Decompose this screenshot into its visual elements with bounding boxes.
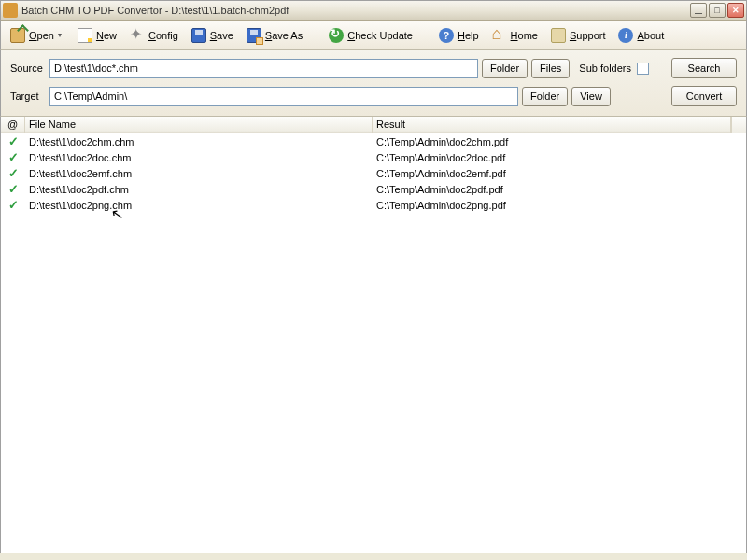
minimize-button[interactable] <box>690 3 707 18</box>
open-dropdown-icon[interactable]: ▾ <box>58 31 64 39</box>
file-list: @ File Name Result ✓D:\test\1\doc2chm.ch… <box>0 117 747 553</box>
result-cell: C:\Temp\Admin\doc2pdf.pdf <box>373 184 746 195</box>
close-button[interactable] <box>727 3 744 18</box>
target-label: Target <box>10 91 46 102</box>
check-update-label: Check Update <box>347 30 413 41</box>
search-button[interactable]: Search <box>671 58 737 78</box>
table-row[interactable]: ✓D:\test\1\doc2doc.chmC:\Temp\Admin\doc2… <box>1 149 746 165</box>
save-as-button[interactable]: Save As <box>241 25 308 46</box>
table-row[interactable]: ✓D:\test\1\doc2chm.chmC:\Temp\Admin\doc2… <box>1 133 746 149</box>
home-label: Home <box>511 30 538 41</box>
update-icon <box>329 28 344 43</box>
save-as-label: Save As <box>265 30 303 41</box>
window-title: Batch CHM TO PDF Convertor - D:\test\1\1… <box>21 5 690 16</box>
source-input[interactable] <box>49 59 478 78</box>
list-header: @ File Name Result <box>1 117 746 133</box>
open-label: Open <box>29 30 54 41</box>
file-name-cell: D:\test\1\doc2doc.chm <box>25 152 373 163</box>
col-header-status[interactable]: @ <box>1 117 25 133</box>
table-row[interactable]: ✓D:\test\1\doc2emf.chmC:\Temp\Admin\doc2… <box>1 165 746 181</box>
new-icon <box>78 28 92 43</box>
result-cell: C:\Temp\Admin\doc2png.pdf <box>373 200 746 211</box>
save-as-icon <box>247 28 261 43</box>
file-name-cell: D:\test\1\doc2emf.chm <box>25 168 373 179</box>
status-check-icon: ✓ <box>1 166 25 180</box>
col-header-file[interactable]: File Name <box>25 117 373 133</box>
home-icon <box>492 28 507 43</box>
target-row: Target Folder View Convert <box>10 86 737 106</box>
new-button[interactable]: New <box>72 25 122 46</box>
new-label: New <box>96 30 117 41</box>
open-button[interactable]: Open ▾ <box>5 25 70 46</box>
sub-folders-label: Sub folders <box>579 63 631 74</box>
save-button[interactable]: Save <box>186 25 239 46</box>
result-cell: C:\Temp\Admin\doc2emf.pdf <box>373 168 746 179</box>
save-icon <box>191 28 206 43</box>
convert-button[interactable]: Convert <box>671 86 737 106</box>
support-label: Support <box>570 30 606 41</box>
main-toolbar: Open ▾ New Config Save Save As Check Upd… <box>0 21 747 50</box>
target-input[interactable] <box>49 87 518 106</box>
source-row: Source Folder Files Sub folders Search <box>10 58 737 78</box>
source-folder-button[interactable]: Folder <box>482 59 528 78</box>
window-controls <box>690 3 744 18</box>
status-check-icon: ✓ <box>1 150 25 164</box>
about-label: About <box>637 30 664 41</box>
status-check-icon: ✓ <box>1 198 25 212</box>
support-button[interactable]: Support <box>545 25 612 46</box>
target-folder-button[interactable]: Folder <box>522 87 568 106</box>
file-name-cell: D:\test\1\doc2pdf.chm <box>25 184 373 195</box>
help-button[interactable]: Help <box>433 25 485 46</box>
source-label: Source <box>10 63 46 74</box>
open-icon <box>10 28 25 43</box>
config-label: Config <box>148 30 178 41</box>
result-cell: C:\Temp\Admin\doc2doc.pdf <box>373 152 746 163</box>
scrollbar-stub <box>731 117 746 133</box>
table-row[interactable]: ✓D:\test\1\doc2png.chmC:\Temp\Admin\doc2… <box>1 197 746 213</box>
app-icon <box>3 3 18 18</box>
file-name-cell: D:\test\1\doc2chm.chm <box>25 136 373 147</box>
status-check-icon: ✓ <box>1 134 25 148</box>
title-bar: Batch CHM TO PDF Convertor - D:\test\1\1… <box>0 0 747 21</box>
help-label: Help <box>458 30 479 41</box>
about-button[interactable]: About <box>613 25 669 46</box>
maximize-button[interactable] <box>709 3 726 18</box>
config-icon <box>130 28 145 43</box>
path-form: Source Folder Files Sub folders Search T… <box>0 50 747 117</box>
status-check-icon: ✓ <box>1 182 25 196</box>
config-button[interactable]: Config <box>124 25 184 46</box>
table-row[interactable]: ✓D:\test\1\doc2pdf.chmC:\Temp\Admin\doc2… <box>1 181 746 197</box>
col-header-result[interactable]: Result <box>373 117 731 133</box>
list-body: ✓D:\test\1\doc2chm.chmC:\Temp\Admin\doc2… <box>1 133 746 213</box>
support-icon <box>551 28 566 43</box>
help-icon <box>439 28 454 43</box>
result-cell: C:\Temp\Admin\doc2chm.pdf <box>373 136 746 147</box>
save-label: Save <box>210 30 233 41</box>
about-icon <box>618 28 633 43</box>
check-update-button[interactable]: Check Update <box>323 25 418 46</box>
file-name-cell: D:\test\1\doc2png.chm <box>25 200 373 211</box>
target-view-button[interactable]: View <box>571 87 611 106</box>
source-files-button[interactable]: Files <box>531 59 570 78</box>
home-button[interactable]: Home <box>486 25 543 46</box>
sub-folders-checkbox[interactable] <box>637 63 649 75</box>
